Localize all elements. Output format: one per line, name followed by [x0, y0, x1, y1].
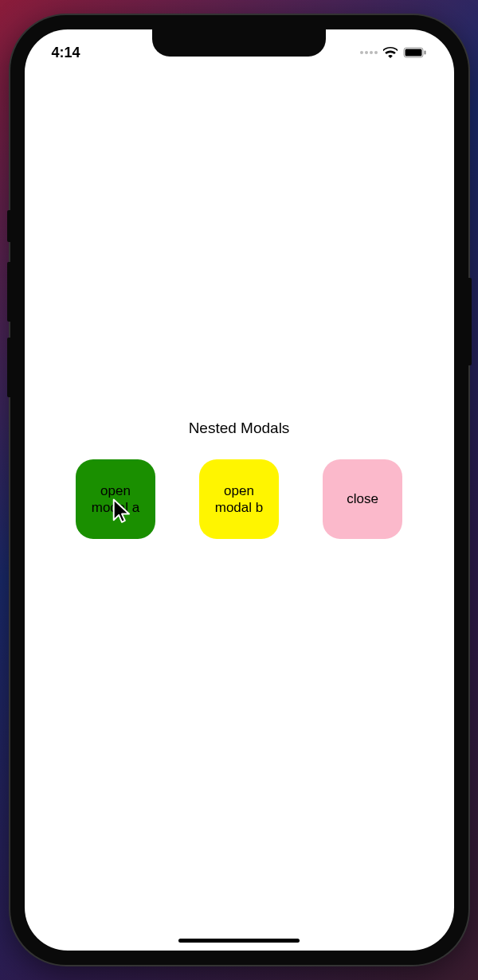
open-modal-a-button[interactable]: open modal a — [76, 459, 155, 539]
page-title: Nested Modals — [25, 420, 454, 437]
app-content: Nested Modals open modal a open modal b … — [25, 29, 454, 951]
close-button[interactable]: close — [323, 459, 402, 539]
volume-up-button — [7, 262, 10, 322]
svg-rect-2 — [424, 51, 425, 55]
button-label: close — [347, 490, 378, 507]
status-time: 4:14 — [52, 45, 80, 61]
home-indicator[interactable] — [178, 939, 300, 943]
buttons-row: open modal a open modal b close — [25, 459, 454, 539]
open-modal-b-button[interactable]: open modal b — [199, 459, 279, 539]
wifi-icon — [383, 47, 398, 58]
cellular-signal-icon — [360, 51, 378, 54]
volume-down-button — [7, 338, 10, 397]
status-icons — [360, 47, 427, 58]
power-button — [468, 278, 472, 365]
silent-switch — [7, 210, 10, 242]
battery-icon — [403, 47, 427, 58]
button-label: open modal b — [206, 482, 272, 517]
svg-rect-1 — [405, 49, 421, 57]
iphone-device-frame: 4:14 Nes — [10, 15, 468, 965]
device-screen: 4:14 Nes — [25, 29, 454, 951]
device-notch — [152, 29, 326, 57]
button-label: open modal a — [82, 482, 149, 517]
